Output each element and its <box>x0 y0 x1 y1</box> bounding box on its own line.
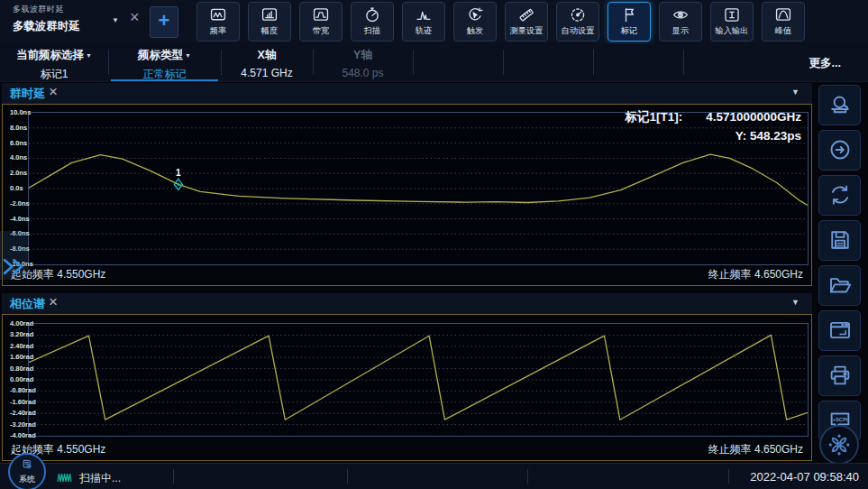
y-axis-tick-label: -4.0ns <box>10 215 30 223</box>
toolbar-button-bandwidth[interactable]: 带宽 <box>299 2 343 42</box>
close-icon[interactable]: × <box>49 293 58 311</box>
marker-readout-y: Y: 548.23ps <box>625 129 801 143</box>
double-chevron-icon <box>2 257 26 276</box>
toolbar-button-sweep[interactable]: 扫描 <box>351 2 394 42</box>
input-output-icon <box>722 5 742 24</box>
phase-spectrum-panel: 相位谱 × ▼ 起始频率 4.550GHz 终止频率 4.650GHz 4.00… <box>2 293 812 461</box>
y-axis-tick-label: 2.0ns <box>10 169 27 177</box>
toolbar-button-display[interactable]: 显示 <box>659 2 702 42</box>
setting-label: 当前频标选择▼ <box>0 48 108 63</box>
setting-value: 548.0 ps <box>313 67 413 79</box>
toolbar-button-label: 标记 <box>610 25 648 37</box>
toolbar-button-marker[interactable]: 标记 <box>608 2 651 42</box>
panel-header: 相位谱 × ▼ <box>2 293 812 314</box>
more-button[interactable]: 更多... <box>809 56 841 71</box>
setting-label: X轴 <box>221 48 313 63</box>
chart-body: 1 标记1[T1]:4.571000000GHz Y: 548.23ps 起始频… <box>2 104 812 286</box>
open-icon <box>819 272 860 299</box>
setting-label: Y轴 <box>313 48 413 63</box>
tab-dropdown-icon[interactable]: ▼ <box>112 16 119 24</box>
marker-readout-frequency: 4.571000000GHz <box>706 110 801 124</box>
svg-text:+SCPI: +SCPI <box>832 417 847 422</box>
preset-button[interactable] <box>818 85 861 125</box>
y-axis-tick-label: -1.60rad <box>10 398 36 406</box>
continue-button[interactable] <box>818 130 861 171</box>
toolbar-button-label: 峰值 <box>764 25 802 37</box>
measure-setup-icon <box>516 5 536 24</box>
save-button[interactable] <box>818 220 861 261</box>
preset-icon <box>819 91 860 118</box>
toolbar-button-label: 扫描 <box>353 25 391 37</box>
phase-spectrum-svg <box>29 324 808 436</box>
toolbar-button-label: 轨迹 <box>405 25 443 37</box>
marker-readout: 标记1[T1]:4.571000000GHz Y: 548.23ps <box>625 109 801 143</box>
toolbar-button-input-output[interactable]: 输入输出 <box>710 2 754 42</box>
setting-x-axis[interactable]: X轴 4.571 GHz <box>221 43 313 81</box>
print-button[interactable] <box>818 355 861 396</box>
y-axis-tick-label: 4.0ns <box>10 153 27 161</box>
restart-button[interactable] <box>818 175 861 216</box>
setting-label: 频标类型▼ <box>108 48 221 63</box>
tab-title: 多载波群时延 <box>13 19 110 34</box>
setting-y-axis: Y轴 548.0 ps <box>313 43 413 81</box>
auto-setup-icon <box>568 5 588 24</box>
toolbar-button-auto-setup[interactable]: 自动设置 <box>556 2 599 42</box>
system-button-label: 系统 <box>10 474 44 485</box>
panel-header: 群时延 × ▼ <box>2 83 812 104</box>
sweep-wave-icon <box>57 471 75 484</box>
screenshot-button[interactable] <box>818 310 861 351</box>
y-axis-tick-label: 6.0ns <box>10 139 27 147</box>
toolbar-button-measure-setup[interactable]: 测量设置 <box>505 2 548 42</box>
continue-icon <box>819 136 860 163</box>
tab-close-icon[interactable]: × <box>130 8 140 27</box>
status-bar: 系统 扫描中... 2022-04-07 09:58:40 <box>0 463 868 489</box>
setting-value: 标记1 <box>0 67 108 82</box>
collapse-icon[interactable]: ▼ <box>791 298 799 307</box>
toolbar-button-peak[interactable]: 峰值 <box>762 2 805 42</box>
datetime-display: 2022-04-07 09:58:40 <box>750 470 859 484</box>
collapse-icon[interactable]: ▼ <box>791 88 799 97</box>
display-icon <box>671 5 690 24</box>
toolbar-button-amplitude[interactable]: 幅度 <box>248 2 291 42</box>
toolbar-button-frequency[interactable]: 频率 <box>196 2 240 42</box>
sweep-icon <box>362 5 382 24</box>
status-separator <box>728 469 729 484</box>
measurement-tab[interactable]: 多载波群时延 多载波群时延 <box>13 4 110 34</box>
slide-out-handle[interactable] <box>0 231 28 280</box>
marker-icon <box>619 5 639 24</box>
y-axis-tick-label: 1.60rad <box>10 353 33 361</box>
setting-marker-type[interactable]: 频标类型▼ 正常标记 <box>108 43 221 81</box>
setting-current-marker-select[interactable]: 当前频标选择▼ 标记1 <box>0 43 108 81</box>
system-icon <box>21 458 33 474</box>
chart-body: 起始频率 4.550GHz 终止频率 4.650GHz 4.00rad3.20r… <box>2 314 812 461</box>
frequency-icon <box>208 5 228 24</box>
toolbar-button-label: 带宽 <box>302 25 340 37</box>
y-axis-tick-label: 2.40rad <box>10 342 33 350</box>
dropdown-icon: ▼ <box>86 52 92 59</box>
open-button[interactable] <box>818 265 861 306</box>
stop-frequency-label: 终止频率 4.650GHz <box>708 442 803 457</box>
scan-status-text: 扫描中... <box>79 471 121 486</box>
bandwidth-icon <box>311 5 331 24</box>
phase-spectrum-plot[interactable] <box>28 323 809 437</box>
toolbar-button-label: 频率 <box>199 25 237 37</box>
toolbar-button-trigger[interactable]: 触发 <box>453 2 497 42</box>
y-axis-tick-label: 3.20rad <box>10 330 33 338</box>
y-axis-tick-label: 0.80rad <box>10 364 33 373</box>
trigger-icon <box>465 5 485 24</box>
tab-mode-label: 多载波群时延 <box>13 4 110 15</box>
navigation-icon <box>821 431 857 458</box>
group-delay-panel: 群时延 × ▼ 1 标记1[T1]:4.571000000GHz Y: 548.… <box>2 83 812 286</box>
system-button[interactable]: 系统 <box>8 453 46 489</box>
close-icon[interactable]: × <box>49 83 58 101</box>
y-axis-tick-label: 0.0s <box>10 184 23 192</box>
toolbar-button-label: 测量设置 <box>507 25 545 37</box>
navigation-button[interactable] <box>819 425 859 465</box>
marker-readout-label: 标记1[T1]: <box>625 110 682 124</box>
y-axis-tick-label: 10.0ns <box>10 108 31 116</box>
toolbar-button-trace[interactable]: 轨迹 <box>402 2 445 42</box>
settings-bar: 当前频标选择▼ 标记1频标类型▼ 正常标记X轴 4.571 GHzY轴 548.… <box>0 43 868 82</box>
add-tab-button[interactable]: + <box>150 6 178 38</box>
settings-separator <box>503 50 504 75</box>
y-axis-tick-label: -0.80rad <box>10 386 36 394</box>
